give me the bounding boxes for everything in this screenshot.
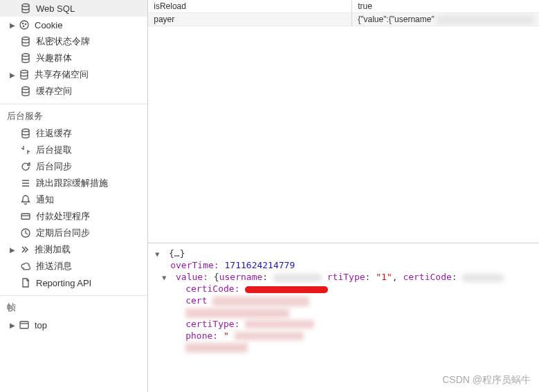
watermark: CSDN @程序员蜗牛: [442, 374, 531, 386]
svg-point-3: [25, 24, 26, 24]
sidebar-item-cookie[interactable]: ▶ Cookie: [0, 17, 147, 33]
property-blurred: [155, 307, 532, 318]
list-icon: [19, 177, 32, 189]
sidebar-item-label: 推送消息: [36, 260, 72, 272]
expand-arrow-icon: ▶: [10, 71, 17, 79]
detail-panel: ▼ {…} overTime: 1711624214779 ▼ value: {…: [148, 243, 539, 392]
svg-point-4: [23, 26, 24, 26]
card-icon: [19, 210, 32, 223]
db-icon: [19, 127, 32, 140]
doc-icon: [19, 277, 32, 289]
property-certicode[interactable]: certiCode:: [155, 283, 532, 295]
sidebar-item-label: Cookie: [35, 20, 62, 30]
sidebar-item-top-frame[interactable]: ▶ top: [0, 317, 147, 333]
sidebar-item-label: 推测加载: [35, 243, 71, 256]
svg-point-0: [22, 4, 29, 7]
cell-key: isReload: [148, 0, 352, 12]
property-overtime[interactable]: overTime: 1711624214779: [155, 259, 532, 271]
sidebar-item-bfcache[interactable]: 往返缓存: [0, 125, 147, 142]
object-root[interactable]: ▼ {…}: [155, 248, 532, 259]
table-row[interactable]: isReload true: [148, 0, 539, 13]
sidebar-item-label: 后台提取: [36, 144, 72, 156]
svg-point-1: [20, 21, 28, 29]
expand-arrow-icon: ▶: [10, 21, 17, 29]
sidebar-item-label: 往返缓存: [36, 127, 72, 140]
sidebar-item-bg-sync[interactable]: 后台同步: [0, 158, 147, 175]
db-icon: [19, 35, 32, 48]
sidebar-item-private-token[interactable]: 私密状态令牌: [0, 33, 147, 50]
sidebar-item-label: Web SQL: [36, 3, 75, 14]
svg-point-9: [22, 129, 29, 132]
sidebar-item-bg-fetch[interactable]: 后台提取: [0, 142, 147, 158]
sidebar-item-label: 共享存储空间: [35, 68, 89, 81]
table-row[interactable]: payer {"value":{"username": [148, 13, 539, 26]
sidebar-item-websql[interactable]: Web SQL: [0, 0, 147, 17]
sidebar-item-periodic-sync[interactable]: 定期后台同步: [0, 225, 147, 241]
sidebar-item-speculative-loads[interactable]: ▶ 推测加载: [0, 241, 147, 258]
cookie-icon: [18, 19, 30, 31]
svg-point-8: [22, 87, 29, 90]
sidebar-item-label: 付款处理程序: [36, 210, 90, 223]
svg-point-2: [22, 23, 23, 24]
sidebar-item-label: top: [35, 320, 47, 330]
sidebar-item-label: 私密状态令牌: [36, 35, 90, 48]
property-certitype[interactable]: certiType:: [155, 318, 532, 330]
refresh-icon: [19, 160, 32, 173]
sync-icon: [19, 144, 32, 156]
sidebar-item-notifications[interactable]: 通知: [0, 192, 147, 208]
sidebar-item-label: 通知: [36, 194, 54, 206]
sidebar-item-payment[interactable]: 付款处理程序: [0, 208, 147, 225]
expand-arrow-icon: ▶: [10, 246, 17, 254]
svg-point-6: [22, 54, 29, 57]
db-icon: [19, 2, 32, 15]
sidebar-item-label: 后台同步: [36, 160, 72, 173]
section-frames-title: 帧: [0, 295, 147, 317]
frame-icon: [18, 319, 30, 331]
sidebar-item-label: 定期后台同步: [36, 227, 90, 239]
sidebar-item-cache-storage[interactable]: 缓存空间: [0, 83, 147, 100]
sidebar-item-push[interactable]: 推送消息: [0, 258, 147, 274]
cell-value: {"value":{"username": [352, 13, 539, 26]
cell-key: payer: [148, 13, 352, 26]
sidebar-item-bounce-tracking[interactable]: 跳出跟踪缓解措施: [0, 175, 147, 192]
property-cert[interactable]: cert: [155, 295, 532, 307]
sidebar-item-shared-storage[interactable]: ▶ 共享存储空间: [0, 66, 147, 83]
expand-arrow-icon: ▶: [10, 321, 17, 329]
cell-value: true: [352, 0, 539, 12]
sidebar-item-label: Reporting API: [36, 278, 91, 288]
storage-table: isReload true payer {"value":{"username": [148, 0, 539, 243]
db-icon: [19, 52, 32, 64]
property-phone[interactable]: phone: ": [155, 330, 532, 342]
property-value[interactable]: ▼ value: {username: rtiType: "1", certiC…: [155, 271, 532, 283]
svg-point-7: [21, 71, 28, 73]
sidebar-item-label: 缓存空间: [36, 85, 72, 97]
sidebar-item-label: 兴趣群体: [36, 52, 72, 64]
db-icon: [18, 68, 30, 81]
svg-point-5: [22, 37, 29, 40]
main-panel: isReload true payer {"value":{"username"…: [148, 0, 539, 392]
collapse-arrow-icon[interactable]: ▼: [162, 274, 170, 281]
sidebar: Web SQL ▶ Cookie 私密状态令牌 兴趣群体 ▶ 共享存储空间 缓存…: [0, 0, 148, 392]
section-services-title: 后台服务: [0, 104, 147, 125]
collapse-arrow-icon[interactable]: ▼: [155, 250, 163, 258]
svg-rect-12: [20, 321, 28, 328]
chevrons-icon: [18, 243, 30, 256]
clock-icon: [19, 227, 32, 239]
sidebar-item-reporting-api[interactable]: Reporting API: [0, 274, 147, 291]
bell-icon: [19, 194, 32, 206]
svg-rect-10: [21, 214, 30, 219]
db-icon: [19, 85, 32, 97]
sidebar-item-interest-groups[interactable]: 兴趣群体: [0, 50, 147, 66]
cloud-icon: [19, 260, 32, 272]
property-blurred: [155, 342, 532, 353]
sidebar-item-label: 跳出跟踪缓解措施: [36, 177, 108, 189]
